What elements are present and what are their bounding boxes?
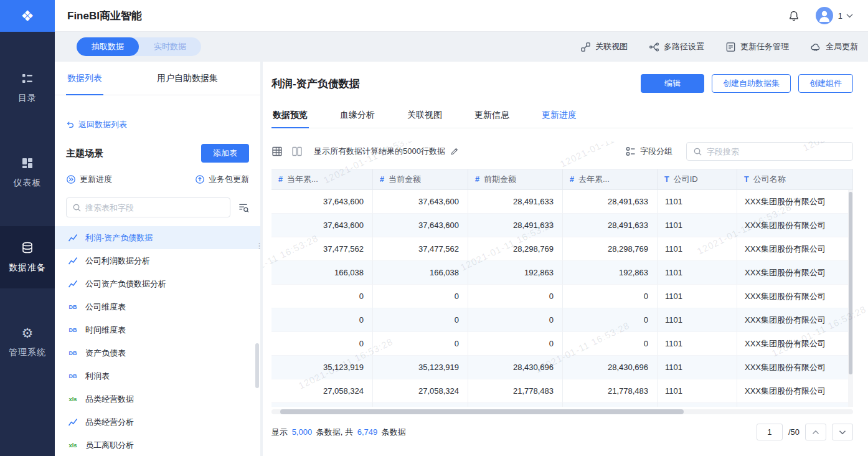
table-cell: 28,491,633 — [563, 190, 658, 214]
table-column-header[interactable]: 公司名称 — [737, 169, 853, 190]
table-row[interactable]: 37,477,562 37,477,562 28,298,769 28,298,… — [271, 237, 853, 261]
grid-view-icon[interactable] — [271, 146, 283, 157]
table-cell: 0 — [271, 308, 373, 332]
table-column-header[interactable]: 公司ID — [658, 169, 737, 190]
summary-suffix: 条数据 — [382, 427, 406, 437]
create-self-dataset-button[interactable]: 创建自助数据集 — [712, 74, 791, 93]
table-field-search[interactable] — [66, 197, 230, 217]
tab-relation-view[interactable]: 关联视图 — [406, 103, 443, 128]
create-component-button[interactable]: 创建组件 — [798, 74, 853, 93]
table-vertical-scrollbar[interactable] — [848, 190, 853, 407]
notifications-bell-icon[interactable] — [788, 10, 800, 22]
table-row[interactable]: 166,038 166,038 192,863 192,863 1101 XXX… — [271, 261, 853, 285]
global-update-action[interactable]: 全局更新 — [810, 41, 858, 52]
sidebar-item-catalog[interactable]: 目录 — [0, 57, 55, 119]
page-total-label: /50 — [788, 427, 800, 437]
sidebar-item-admin[interactable]: ⚙ 管理系统 — [0, 311, 55, 373]
field-search[interactable] — [686, 142, 853, 161]
table-field-search-input[interactable] — [85, 203, 224, 212]
table-row[interactable]: 27,058,324 27,058,324 21,778,483 21,778,… — [271, 379, 853, 403]
user-menu-chevron-icon[interactable] — [846, 14, 853, 18]
table-cell: XXX集团股份有限公司 — [737, 403, 853, 407]
column-header-label: 去年累... — [578, 174, 610, 185]
dataset-list-item[interactable]: 资产负债表 — [55, 341, 260, 364]
mode-toolbar: 抽取数据 实时数据 关联视图 多路径设置 — [55, 32, 868, 62]
table-cell: XXX集团股份有限公司 — [737, 285, 853, 308]
table-horizontal-scrollbar[interactable] — [271, 409, 853, 414]
table-row[interactable]: 37,643,600 37,643,600 28,491,633 28,491,… — [271, 214, 853, 237]
table-column-header[interactable]: 当年累... — [271, 169, 373, 190]
dataset-type-icon — [67, 418, 79, 427]
sidebar-item-dashboard[interactable]: 仪表板 — [0, 141, 55, 204]
table-row[interactable]: 29,286,043 29,286,043 24,520,168 24,520,… — [271, 403, 853, 407]
table-column-header[interactable]: 去年累... — [563, 169, 658, 190]
table-column-header[interactable]: 前期金额 — [468, 169, 563, 190]
vertical-scroll-thumb[interactable] — [849, 192, 852, 374]
table-cell: 28,430,696 — [468, 356, 563, 379]
dataset-list-item[interactable]: 公司资产负债数据分析 — [55, 272, 260, 295]
dataset-list-item[interactable]: 公司利润数据分析 — [55, 249, 260, 272]
left-panel-scrollbar-thumb[interactable] — [255, 343, 259, 388]
relation-view-action[interactable]: 关联视图 — [580, 41, 628, 52]
tab-lineage-analysis[interactable]: 血缘分析 — [339, 103, 376, 128]
tab-user-datasets[interactable]: 用户自助数据集 — [156, 62, 219, 95]
update-progress-link[interactable]: 更新进度 — [66, 174, 112, 185]
realtime-data-toggle[interactable]: 实时数据 — [139, 37, 201, 56]
table-row[interactable]: 0 0 0 0 1101 XXX集团股份有限公司 — [271, 308, 853, 332]
table-cell: XXX集团股份有限公司 — [737, 261, 853, 285]
table-cell: 166,038 — [373, 261, 468, 285]
update-progress-label: 更新进度 — [80, 174, 112, 185]
next-page-button[interactable] — [832, 424, 853, 440]
field-group-button[interactable]: 字段分组 — [626, 146, 672, 157]
table-cell: 0 — [373, 308, 468, 332]
page-number-input[interactable] — [757, 424, 783, 440]
dataset-list-item[interactable]: 利润-资产负债数据 — [55, 226, 260, 249]
user-avatar[interactable] — [816, 7, 833, 24]
back-to-data-list-link[interactable]: 返回数据列表 — [66, 119, 127, 130]
sidebar-item-data-preparation[interactable]: 数据准备 — [0, 226, 55, 288]
add-table-button[interactable]: 添加表 — [201, 144, 249, 163]
dataset-title: 利润-资产负债数据 — [271, 77, 360, 91]
horizontal-scroll-thumb[interactable] — [280, 409, 684, 414]
filter-search-icon[interactable] — [238, 202, 249, 213]
update-task-action[interactable]: 更新任务管理 — [725, 41, 789, 52]
dataset-list-item[interactable]: 利润表 — [55, 364, 260, 387]
dataset-action-buttons: 编辑 创建自助数据集 创建组件 — [641, 74, 853, 93]
edit-button[interactable]: 编辑 — [641, 74, 704, 93]
table-row[interactable]: 0 0 0 0 1101 XXX集团股份有限公司 — [271, 332, 853, 356]
extract-data-toggle[interactable]: 抽取数据 — [77, 37, 139, 56]
dataset-list-item[interactable]: 时间维度表 — [55, 318, 260, 341]
total-count-link[interactable]: 6,749 — [357, 427, 378, 437]
dataset-list-item[interactable]: 员工离职分析 — [55, 434, 260, 456]
table-row[interactable]: 37,643,600 37,643,600 28,491,633 28,491,… — [271, 190, 853, 214]
dataset-list-item[interactable]: 品类经营数据 — [55, 387, 260, 411]
field-search-input[interactable] — [707, 147, 846, 156]
left-search-row — [66, 197, 249, 217]
table-row[interactable]: 35,123,919 35,123,919 28,430,696 28,430,… — [271, 356, 853, 379]
finebi-logo[interactable]: ❖ — [0, 0, 55, 32]
table-column-header[interactable]: 当前金额 — [373, 169, 468, 190]
app-title: FineBI商业智能 — [67, 9, 142, 23]
table-cell: 28,491,633 — [468, 214, 563, 237]
tab-data-list[interactable]: 数据列表 — [66, 62, 103, 95]
column-view-icon[interactable] — [291, 146, 303, 157]
prev-page-button[interactable] — [805, 424, 826, 440]
table-cell: 37,643,600 — [271, 214, 373, 237]
tab-update-progress[interactable]: 更新进度 — [540, 103, 578, 128]
app-header: FineBI商业智能 1 — [55, 0, 868, 32]
data-mode-toggle: 抽取数据 实时数据 — [77, 37, 201, 56]
tab-data-preview[interactable]: 数据预览 — [271, 103, 309, 128]
shown-count-link[interactable]: 5,000 — [292, 427, 313, 437]
dataset-list-item[interactable]: 公司维度表 — [55, 295, 260, 318]
package-update-link[interactable]: 业务包更新 — [195, 174, 249, 185]
table-row[interactable]: 0 0 0 0 1101 XXX集团股份有限公司 — [271, 285, 853, 308]
multipath-settings-action[interactable]: 多路径设置 — [649, 41, 704, 52]
table-cell: 1101 — [658, 237, 737, 261]
dataset-type-icon — [67, 234, 79, 242]
tab-update-info[interactable]: 更新信息 — [473, 103, 511, 128]
field-group-label: 字段分组 — [640, 146, 672, 157]
edit-row-limit-icon[interactable] — [450, 147, 459, 156]
table-body: 37,643,600 37,643,600 28,491,633 28,491,… — [271, 190, 853, 407]
dataset-list-item[interactable]: 品类经营分析 — [55, 411, 260, 434]
dataset-title-row: 利润-资产负债数据 编辑 创建自助数据集 创建组件 — [271, 62, 853, 93]
